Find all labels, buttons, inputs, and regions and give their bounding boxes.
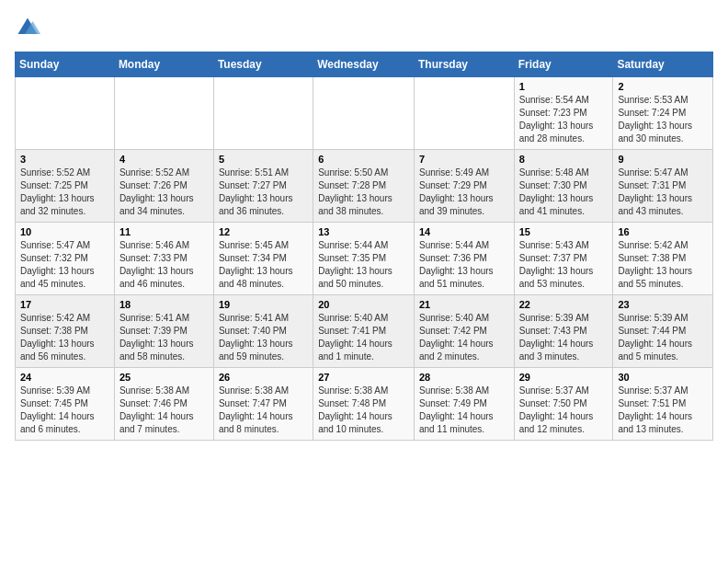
calendar-week-2: 3Sunrise: 5:52 AMSunset: 7:25 PMDaylight…	[16, 150, 713, 223]
calendar-cell: 22Sunrise: 5:39 AMSunset: 7:43 PMDayligh…	[514, 295, 613, 368]
calendar-cell: 9Sunrise: 5:47 AMSunset: 7:31 PMDaylight…	[613, 150, 713, 223]
day-number: 17	[20, 299, 109, 310]
day-info: Sunrise: 5:39 AMSunset: 7:45 PMDaylight:…	[20, 385, 109, 436]
day-info: Sunrise: 5:37 AMSunset: 7:50 PMDaylight:…	[519, 385, 609, 436]
day-number: 14	[419, 226, 509, 237]
day-number: 18	[119, 299, 209, 310]
calendar-cell: 30Sunrise: 5:37 AMSunset: 7:51 PMDayligh…	[613, 368, 713, 441]
day-number: 26	[219, 372, 308, 383]
day-number: 10	[20, 226, 109, 237]
calendar-cell: 19Sunrise: 5:41 AMSunset: 7:40 PMDayligh…	[213, 295, 313, 368]
calendar-cell: 2Sunrise: 5:53 AMSunset: 7:24 PMDaylight…	[613, 77, 713, 150]
calendar-cell	[213, 77, 313, 150]
calendar-header: SundayMondayTuesdayWednesdayThursdayFrid…	[16, 52, 713, 77]
logo	[15, 15, 44, 40]
day-info: Sunrise: 5:53 AMSunset: 7:24 PMDaylight:…	[618, 94, 708, 145]
day-info: Sunrise: 5:40 AMSunset: 7:42 PMDaylight:…	[419, 312, 509, 363]
day-info: Sunrise: 5:43 AMSunset: 7:37 PMDaylight:…	[519, 239, 609, 291]
day-number: 9	[618, 154, 708, 165]
day-number: 27	[318, 372, 409, 383]
day-number: 4	[119, 154, 209, 165]
calendar-cell: 13Sunrise: 5:44 AMSunset: 7:35 PMDayligh…	[313, 223, 415, 295]
calendar-cell: 16Sunrise: 5:42 AMSunset: 7:38 PMDayligh…	[613, 223, 713, 295]
weekday-header-friday: Friday	[514, 52, 613, 77]
day-number: 13	[318, 226, 409, 237]
day-number: 8	[519, 154, 609, 165]
day-info: Sunrise: 5:42 AMSunset: 7:38 PMDaylight:…	[20, 312, 109, 363]
day-number: 15	[519, 226, 609, 237]
weekday-header-thursday: Thursday	[414, 52, 514, 77]
calendar-cell: 28Sunrise: 5:38 AMSunset: 7:49 PMDayligh…	[414, 368, 514, 441]
calendar-cell: 3Sunrise: 5:52 AMSunset: 7:25 PMDaylight…	[16, 150, 115, 223]
day-info: Sunrise: 5:39 AMSunset: 7:44 PMDaylight:…	[618, 312, 708, 363]
day-info: Sunrise: 5:40 AMSunset: 7:41 PMDaylight:…	[318, 312, 409, 363]
calendar-cell: 12Sunrise: 5:45 AMSunset: 7:34 PMDayligh…	[213, 223, 313, 295]
calendar-cell: 21Sunrise: 5:40 AMSunset: 7:42 PMDayligh…	[414, 295, 514, 368]
calendar-cell: 6Sunrise: 5:50 AMSunset: 7:28 PMDaylight…	[313, 150, 415, 223]
day-number: 23	[618, 299, 708, 310]
day-info: Sunrise: 5:41 AMSunset: 7:40 PMDaylight:…	[219, 312, 308, 363]
day-number: 1	[519, 81, 609, 92]
calendar-cell: 27Sunrise: 5:38 AMSunset: 7:48 PMDayligh…	[313, 368, 415, 441]
calendar-cell: 15Sunrise: 5:43 AMSunset: 7:37 PMDayligh…	[514, 223, 613, 295]
calendar-week-3: 10Sunrise: 5:47 AMSunset: 7:32 PMDayligh…	[16, 223, 713, 295]
day-info: Sunrise: 5:52 AMSunset: 7:25 PMDaylight:…	[20, 167, 109, 218]
day-info: Sunrise: 5:51 AMSunset: 7:27 PMDaylight:…	[219, 167, 308, 218]
day-info: Sunrise: 5:38 AMSunset: 7:46 PMDaylight:…	[119, 385, 209, 436]
calendar-week-4: 17Sunrise: 5:42 AMSunset: 7:38 PMDayligh…	[16, 295, 713, 368]
day-info: Sunrise: 5:45 AMSunset: 7:34 PMDaylight:…	[219, 239, 308, 291]
page-header	[15, 15, 713, 40]
calendar-cell: 8Sunrise: 5:48 AMSunset: 7:30 PMDaylight…	[514, 150, 613, 223]
calendar-cell: 4Sunrise: 5:52 AMSunset: 7:26 PMDaylight…	[114, 150, 213, 223]
day-number: 25	[119, 372, 209, 383]
day-number: 24	[20, 372, 109, 383]
day-number: 22	[519, 299, 609, 310]
day-info: Sunrise: 5:38 AMSunset: 7:48 PMDaylight:…	[318, 385, 409, 436]
calendar-cell: 7Sunrise: 5:49 AMSunset: 7:29 PMDaylight…	[414, 150, 514, 223]
logo-icon	[15, 15, 40, 40]
day-number: 7	[419, 154, 509, 165]
day-info: Sunrise: 5:38 AMSunset: 7:47 PMDaylight:…	[219, 385, 308, 436]
calendar-table: SundayMondayTuesdayWednesdayThursdayFrid…	[15, 52, 713, 441]
calendar-cell: 1Sunrise: 5:54 AMSunset: 7:23 PMDaylight…	[514, 77, 613, 150]
calendar-cell: 17Sunrise: 5:42 AMSunset: 7:38 PMDayligh…	[16, 295, 115, 368]
calendar-cell: 26Sunrise: 5:38 AMSunset: 7:47 PMDayligh…	[213, 368, 313, 441]
day-number: 30	[618, 372, 708, 383]
day-info: Sunrise: 5:38 AMSunset: 7:49 PMDaylight:…	[419, 385, 509, 436]
calendar-cell: 29Sunrise: 5:37 AMSunset: 7:50 PMDayligh…	[514, 368, 613, 441]
calendar-cell: 18Sunrise: 5:41 AMSunset: 7:39 PMDayligh…	[114, 295, 213, 368]
day-number: 16	[618, 226, 708, 237]
day-info: Sunrise: 5:47 AMSunset: 7:32 PMDaylight:…	[20, 239, 109, 291]
day-info: Sunrise: 5:48 AMSunset: 7:30 PMDaylight:…	[519, 167, 609, 218]
weekday-header-wednesday: Wednesday	[313, 52, 415, 77]
calendar-cell: 5Sunrise: 5:51 AMSunset: 7:27 PMDaylight…	[213, 150, 313, 223]
calendar-cell	[414, 77, 514, 150]
calendar-cell: 14Sunrise: 5:44 AMSunset: 7:36 PMDayligh…	[414, 223, 514, 295]
day-number: 2	[618, 81, 708, 92]
calendar-cell	[313, 77, 415, 150]
weekday-header-tuesday: Tuesday	[213, 52, 313, 77]
weekday-header-monday: Monday	[114, 52, 213, 77]
day-number: 3	[20, 154, 109, 165]
day-info: Sunrise: 5:39 AMSunset: 7:43 PMDaylight:…	[519, 312, 609, 363]
day-number: 20	[318, 299, 409, 310]
day-info: Sunrise: 5:44 AMSunset: 7:35 PMDaylight:…	[318, 239, 409, 291]
day-number: 12	[219, 226, 308, 237]
day-number: 11	[119, 226, 209, 237]
day-info: Sunrise: 5:44 AMSunset: 7:36 PMDaylight:…	[419, 239, 509, 291]
day-number: 5	[219, 154, 308, 165]
calendar-week-1: 1Sunrise: 5:54 AMSunset: 7:23 PMDaylight…	[16, 77, 713, 150]
calendar-cell	[114, 77, 213, 150]
day-info: Sunrise: 5:47 AMSunset: 7:31 PMDaylight:…	[618, 167, 708, 218]
calendar-cell	[16, 77, 115, 150]
day-number: 6	[318, 154, 409, 165]
day-number: 19	[219, 299, 308, 310]
day-number: 28	[419, 372, 509, 383]
day-info: Sunrise: 5:37 AMSunset: 7:51 PMDaylight:…	[618, 385, 708, 436]
calendar-cell: 23Sunrise: 5:39 AMSunset: 7:44 PMDayligh…	[613, 295, 713, 368]
day-number: 21	[419, 299, 509, 310]
calendar-week-5: 24Sunrise: 5:39 AMSunset: 7:45 PMDayligh…	[16, 368, 713, 441]
weekday-header-saturday: Saturday	[613, 52, 713, 77]
day-info: Sunrise: 5:50 AMSunset: 7:28 PMDaylight:…	[318, 167, 409, 218]
day-info: Sunrise: 5:54 AMSunset: 7:23 PMDaylight:…	[519, 94, 609, 145]
